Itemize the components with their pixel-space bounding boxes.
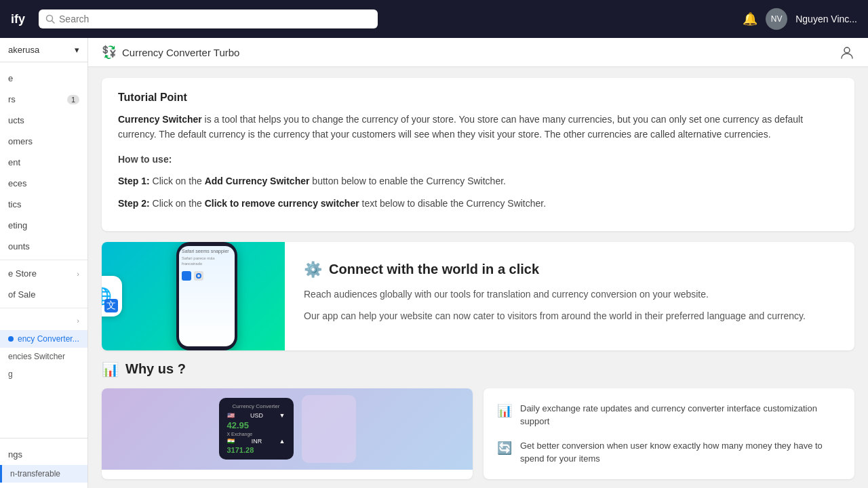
conversion-icon: 🔄 bbox=[497, 441, 512, 455]
sidebar-item-label: rs bbox=[8, 94, 16, 104]
sidebar-item-apps-expand[interactable]: › bbox=[0, 311, 87, 330]
sidebar-item-currency-converter[interactable]: ency Converter... bbox=[0, 330, 87, 348]
active-dot bbox=[8, 336, 14, 342]
sidebar-item-label: eting bbox=[8, 220, 27, 230]
person-icon[interactable] bbox=[840, 45, 854, 60]
sidebar-sub-label: encies Switcher bbox=[8, 352, 65, 361]
how-to-use-label: How to use: bbox=[118, 152, 838, 167]
logo: ify bbox=[11, 12, 25, 26]
sidebar-item-label: e Store bbox=[8, 268, 37, 279]
sidebar-item-label: eces bbox=[8, 178, 26, 188]
connect-card: 🌐 文 Safari seems snappier Safari parece … bbox=[102, 242, 854, 350]
orders-badge: 1 bbox=[67, 95, 79, 104]
sidebar-item-non-transferable[interactable]: n-transferable bbox=[0, 465, 87, 483]
connect-content: ⚙️ Connect with the world in a click Rea… bbox=[285, 242, 854, 350]
currency-widget: Currency Converter 🇺🇸 USD ▼ 42.95 X Exch… bbox=[219, 398, 294, 460]
sidebar-item-point-of-sale[interactable]: of Sale bbox=[0, 284, 87, 305]
why-us-title-text: Why us ? bbox=[125, 361, 186, 377]
tutorial-intro: Currency Switcher is a tool that helps y… bbox=[118, 112, 838, 142]
inr-flag: 🇮🇳 bbox=[227, 438, 235, 445]
sidebar-item-label: of Sale bbox=[8, 289, 35, 300]
phone-screen-content: Safari seems snappier Safari parece más … bbox=[179, 246, 235, 346]
store-selector[interactable]: akerusa ▾ bbox=[0, 38, 87, 62]
sidebar-item-home[interactable]: e bbox=[0, 68, 87, 89]
sidebar-item-label: ngs bbox=[8, 449, 22, 460]
chevron-down-icon: › bbox=[77, 317, 79, 325]
chevron-right-icon: › bbox=[77, 270, 79, 278]
content-inner: Tutorial Point Currency Switcher is a to… bbox=[88, 67, 868, 488]
usd-flag: 🇺🇸 bbox=[227, 412, 235, 419]
bell-icon[interactable]: 🔔 bbox=[743, 12, 757, 26]
phone-mockup: Safari seems snappier Safari parece más … bbox=[176, 242, 237, 350]
sidebar-item-products[interactable]: ucts bbox=[0, 110, 87, 131]
placeholder-phone bbox=[302, 395, 356, 463]
sidebar-item-marketing[interactable]: eting bbox=[0, 215, 87, 236]
sidebar-item-label: tics bbox=[8, 199, 22, 209]
sidebar: akerusa ▾ e rs 1 ucts omers ent eces bbox=[0, 38, 88, 488]
sidebar-sub-label: ency Converter... bbox=[18, 334, 79, 344]
chevron-down-icon: ▾ bbox=[75, 45, 79, 55]
feature-text-1: Daily exchange rate updates and currency… bbox=[520, 402, 841, 428]
why-us-left-card: Currency Converter 🇺🇸 USD ▼ 42.95 X Exch… bbox=[102, 388, 473, 479]
sidebar-item-analytics[interactable]: tics bbox=[0, 194, 87, 215]
connect-desc2: Our app can help your website can now ca… bbox=[304, 308, 835, 323]
store-name: akerusa bbox=[8, 45, 39, 55]
feature-item-1: 📊 Daily exchange rate updates and curren… bbox=[497, 402, 841, 428]
sidebar-sub-label: g bbox=[8, 369, 13, 379]
why-us-title: 📊 Why us ? bbox=[102, 361, 854, 378]
sidebar-item-online-store[interactable]: e Store › bbox=[0, 263, 87, 284]
step2-label: Step 2: bbox=[118, 198, 150, 209]
sidebar-item-currencies-switcher[interactable]: encies Switcher bbox=[0, 348, 87, 365]
svg-point-2 bbox=[844, 47, 850, 53]
why-us-section: 📊 Why us ? Currency Converter 🇺🇸 bbox=[102, 361, 854, 479]
inr-amount: 3171.28 bbox=[227, 446, 285, 454]
sidebar-item-label: ent bbox=[8, 157, 20, 167]
search-input[interactable] bbox=[59, 14, 371, 24]
sidebar-item-customers[interactable]: omers bbox=[0, 131, 87, 152]
topbar: ify 🔔 NV Nguyen Vinc... bbox=[0, 0, 868, 38]
sidebar-item-label: e bbox=[8, 73, 13, 83]
page-header: 💱 Currency Converter Turbo bbox=[88, 38, 868, 67]
sidebar-item-label: ucts bbox=[8, 115, 24, 125]
tutorial-card: Tutorial Point Currency Switcher is a to… bbox=[102, 78, 854, 231]
connect-desc1: Reach audiences globally with our tools … bbox=[304, 287, 835, 302]
connect-title: ⚙️ Connect with the world in a click bbox=[304, 261, 835, 279]
feature-item-2: 🔄 Get better conversion when user know e… bbox=[497, 439, 841, 466]
sidebar-item-label: ounts bbox=[8, 241, 30, 251]
inr-arrow: ▲ bbox=[279, 438, 285, 445]
main-layout: akerusa ▾ e rs 1 ucts omers ent eces bbox=[0, 38, 868, 488]
tutorial-title: Tutorial Point bbox=[118, 92, 838, 104]
sidebar-item-orders[interactable]: rs 1 bbox=[0, 89, 87, 110]
usd-amount: 42.95 bbox=[227, 420, 285, 430]
currency-converter-icon: 💱 bbox=[102, 45, 117, 60]
add-currency-switcher-label: Add Currency Switcher bbox=[205, 176, 310, 186]
currency-row-inr: 🇮🇳 INR ▲ bbox=[227, 438, 285, 445]
usd-arrow: ▼ bbox=[279, 412, 285, 419]
sidebar-bottom: ngs n-transferable bbox=[0, 438, 87, 488]
feature-text-2: Get better conversion when user know exa… bbox=[520, 439, 841, 466]
sidebar-item-content[interactable]: ent bbox=[0, 152, 87, 173]
avatar: NV bbox=[766, 8, 787, 30]
search-icon bbox=[45, 14, 55, 24]
connect-icon: ⚙️ bbox=[304, 261, 322, 279]
sidebar-nav: e rs 1 ucts omers ent eces tics eting bbox=[0, 62, 87, 438]
search-bar[interactable] bbox=[39, 9, 378, 28]
connect-image: 🌐 文 Safari seems snappier Safari parece … bbox=[102, 242, 285, 350]
sidebar-item-settings[interactable]: ngs bbox=[0, 444, 87, 465]
currency-switcher-label: Currency Switcher bbox=[118, 114, 202, 125]
sidebar-item-discounts[interactable]: ounts bbox=[0, 236, 87, 257]
app-icon: 🌐 文 bbox=[102, 276, 122, 317]
sidebar-item-label: omers bbox=[8, 136, 33, 146]
why-us-right-card: 📊 Daily exchange rate updates and curren… bbox=[484, 388, 854, 479]
remove-currency-switcher-label: Click to remove currency switcher bbox=[205, 198, 359, 209]
currency-widget-image: Currency Converter 🇺🇸 USD ▼ 42.95 X Exch… bbox=[102, 388, 473, 470]
step1-label: Step 1: bbox=[118, 176, 150, 186]
svg-line-1 bbox=[52, 21, 55, 24]
usd-code: USD bbox=[250, 412, 263, 419]
sidebar-item-finances[interactable]: eces bbox=[0, 173, 87, 194]
sidebar-item-logging[interactable]: g bbox=[0, 365, 87, 383]
page-title: 💱 Currency Converter Turbo bbox=[102, 45, 239, 60]
inr-code: INR bbox=[252, 438, 262, 445]
phone-screen: Safari seems snappier Safari parece más … bbox=[179, 246, 235, 346]
page-header-actions bbox=[840, 45, 854, 60]
